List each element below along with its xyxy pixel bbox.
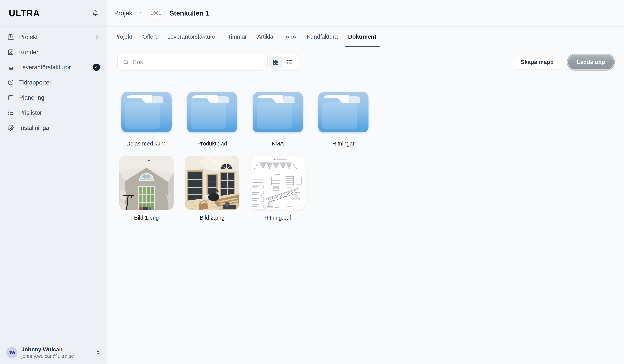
tab-timmar[interactable]: Timmar — [228, 27, 247, 47]
app-logo: ULTRA — [9, 8, 40, 19]
tab-ata[interactable]: ÄTA — [286, 27, 296, 47]
folder-icon — [185, 90, 239, 136]
tab-leverantorsfakturor[interactable]: Leverantörsfakturor — [167, 27, 217, 47]
documents-grid: Delas med kund Produktblad KMA — [107, 71, 624, 221]
photo-thumbnail — [185, 156, 239, 210]
grid-view-icon — [272, 59, 279, 65]
list-view-button[interactable] — [283, 55, 296, 69]
sidebar-header: ULTRA — [0, 0, 107, 27]
create-folder-button[interactable]: Skapa mapp — [512, 54, 563, 70]
folder-delas-med-kund[interactable]: Delas med kund — [119, 90, 174, 147]
sidebar-item-label: Leverantörsfakturor — [19, 64, 88, 71]
avatar: JW — [6, 347, 18, 358]
sidebar-item-label: Prislistor — [19, 109, 100, 116]
search-box — [117, 54, 264, 71]
sidebar-item-label: Inställningar — [19, 124, 100, 131]
sidebar-item-label: Projekt — [19, 34, 90, 40]
list-icon — [7, 109, 14, 116]
folder-produktblad[interactable]: Produktblad — [185, 90, 239, 147]
file-bild-1[interactable]: Bild 1.png — [119, 156, 174, 221]
user-menu[interactable]: JW Johnny Wulcan johnny.wulcan@ultra.se — [0, 341, 107, 364]
folder-kma[interactable]: KMA — [251, 90, 305, 147]
folder-ritningar[interactable]: Ritningar — [316, 90, 370, 147]
unread-count-badge: 4 — [93, 64, 100, 71]
folder-icon — [316, 90, 370, 136]
tab-dokument[interactable]: Dokument — [348, 27, 376, 47]
sidebar-item-tidrapporter[interactable]: Tidrapporter — [3, 75, 104, 90]
sidebar-item-prislistor[interactable]: Prislistor — [3, 105, 104, 120]
bell-icon — [92, 9, 99, 17]
folders-row: Delas med kund Produktblad KMA — [119, 90, 615, 147]
page-title: Stenkullen 1 — [170, 9, 209, 17]
main-area: Projekt 1001 Stenkullen 1 Projekt Offert… — [107, 0, 624, 364]
sidebar-item-planering[interactable]: Planering — [3, 90, 104, 105]
file-ritning-pdf[interactable]: Ritning.pdf — [251, 156, 305, 221]
file-bild-2[interactable]: Bild 2.png — [185, 156, 239, 221]
app-window: ULTRA Projekt — [0, 0, 624, 364]
documents-toolbar: Skapa mapp Ladda upp — [107, 47, 624, 71]
folder-icon — [119, 90, 174, 136]
chevron-right-icon — [94, 34, 100, 40]
user-info: Johnny Wulcan johnny.wulcan@ultra.se — [22, 346, 91, 359]
grid-view-button[interactable] — [269, 55, 283, 69]
files-row: Bild 1.png — [119, 156, 615, 221]
file-name: Bild 2.png — [200, 215, 224, 221]
sidebar-nav: Projekt Kunder — [0, 27, 107, 138]
sidebar: ULTRA Projekt — [0, 0, 107, 364]
tab-projekt[interactable]: Projekt — [114, 27, 132, 47]
file-name: Ritning.pdf — [264, 215, 291, 221]
cart-icon — [7, 64, 14, 71]
clock-icon — [7, 79, 14, 86]
sidebar-item-label: Kunder — [19, 49, 100, 55]
folder-name: Ritningar — [332, 140, 355, 147]
project-number-badge: 1001 — [147, 9, 165, 17]
photo-thumbnail — [119, 156, 174, 210]
view-mode-toggle — [267, 54, 298, 71]
sidebar-item-installningar[interactable]: Inställningar — [3, 120, 104, 135]
gear-icon — [7, 124, 14, 131]
tab-offert[interactable]: Offert — [142, 27, 157, 47]
notifications-button[interactable] — [92, 9, 99, 17]
contact-card-icon — [7, 49, 14, 56]
tab-artiklar[interactable]: Artiklar — [257, 27, 275, 47]
project-tabs: Projekt Offert Leverantörsfakturor Timma… — [107, 27, 624, 47]
upload-button[interactable]: Ladda upp — [567, 54, 615, 70]
folder-icon — [251, 90, 305, 136]
tab-kundfaktura[interactable]: Kundfaktura — [307, 27, 338, 47]
folder-name: KMA — [272, 140, 284, 147]
pdf-thumbnail — [251, 156, 305, 210]
breadcrumb: Projekt 1001 Stenkullen 1 — [107, 0, 624, 27]
chevron-up-down-icon — [95, 350, 101, 356]
folder-name: Delas med kund — [126, 140, 167, 147]
sidebar-item-leverantorsfakturor[interactable]: Leverantörsfakturor 4 — [3, 60, 104, 75]
calendar-icon — [7, 94, 14, 101]
user-email: johnny.wulcan@ultra.se — [22, 353, 91, 359]
file-name: Bild 1.png — [134, 215, 159, 221]
search-icon — [123, 59, 129, 65]
folder-name: Produktblad — [197, 140, 227, 147]
sidebar-item-kunder[interactable]: Kunder — [3, 45, 104, 60]
sidebar-item-label: Tidrapporter — [19, 79, 100, 86]
sidebar-item-label: Planering — [19, 94, 100, 101]
building-icon — [7, 33, 14, 41]
list-view-icon — [286, 59, 293, 65]
search-input[interactable] — [133, 59, 259, 65]
user-name: Johnny Wulcan — [22, 346, 91, 353]
sidebar-item-projekt[interactable]: Projekt — [3, 29, 104, 45]
breadcrumb-projekt-link[interactable]: Projekt — [114, 9, 134, 17]
chevron-right-icon — [138, 11, 143, 16]
